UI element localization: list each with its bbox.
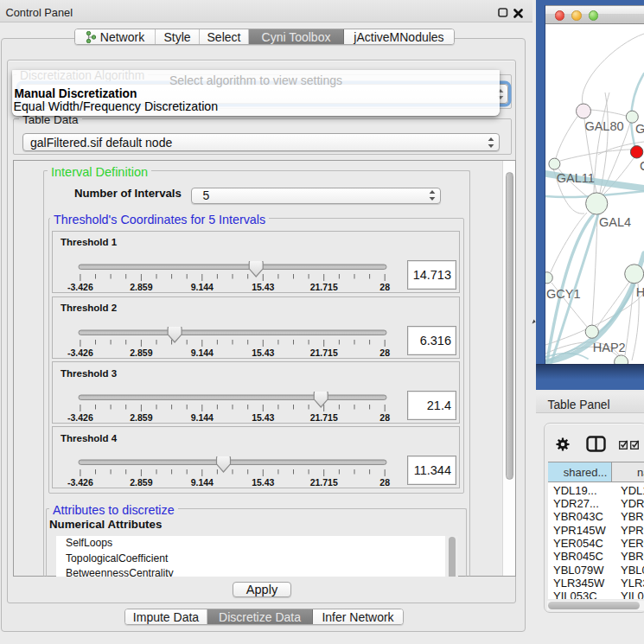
svg-text:15.43: 15.43 bbox=[252, 282, 274, 292]
svg-text:GAL4: GAL4 bbox=[599, 215, 631, 229]
svg-text:28: 28 bbox=[379, 282, 390, 292]
svg-text:-3.426: -3.426 bbox=[67, 477, 93, 488]
svg-text:28: 28 bbox=[379, 412, 390, 423]
svg-text:GCY1: GCY1 bbox=[546, 287, 581, 301]
svg-text:GAL11: GAL11 bbox=[557, 171, 595, 185]
svg-text:21.715: 21.715 bbox=[310, 348, 338, 358]
svg-text:15.43: 15.43 bbox=[252, 412, 274, 423]
svg-text:21.715: 21.715 bbox=[310, 477, 338, 488]
svg-text:15.43: 15.43 bbox=[252, 477, 274, 488]
svg-text:15.43: 15.43 bbox=[252, 348, 274, 358]
svg-text:28: 28 bbox=[379, 348, 390, 358]
svg-text:C: C bbox=[640, 159, 644, 173]
svg-text:GAL80: GAL80 bbox=[584, 119, 623, 133]
svg-text:28: 28 bbox=[379, 477, 390, 488]
svg-text:2.859: 2.859 bbox=[130, 282, 152, 292]
svg-text:9.144: 9.144 bbox=[191, 282, 214, 292]
svg-text:-3.426: -3.426 bbox=[67, 348, 93, 358]
svg-text:H: H bbox=[636, 285, 644, 299]
svg-text:2.859: 2.859 bbox=[130, 348, 152, 358]
svg-text:9.144: 9.144 bbox=[191, 477, 214, 488]
svg-text:-3.426: -3.426 bbox=[67, 282, 93, 292]
svg-text:9.144: 9.144 bbox=[191, 348, 214, 358]
svg-text:HAP2: HAP2 bbox=[593, 341, 626, 354]
svg-text:2.859: 2.859 bbox=[130, 477, 152, 488]
svg-text:2.859: 2.859 bbox=[130, 412, 152, 423]
svg-text:21.715: 21.715 bbox=[310, 412, 338, 423]
svg-text:GA: GA bbox=[635, 122, 644, 136]
svg-text:21.715: 21.715 bbox=[310, 282, 338, 292]
svg-text:9.144: 9.144 bbox=[191, 412, 214, 423]
svg-text:-3.426: -3.426 bbox=[67, 412, 93, 423]
